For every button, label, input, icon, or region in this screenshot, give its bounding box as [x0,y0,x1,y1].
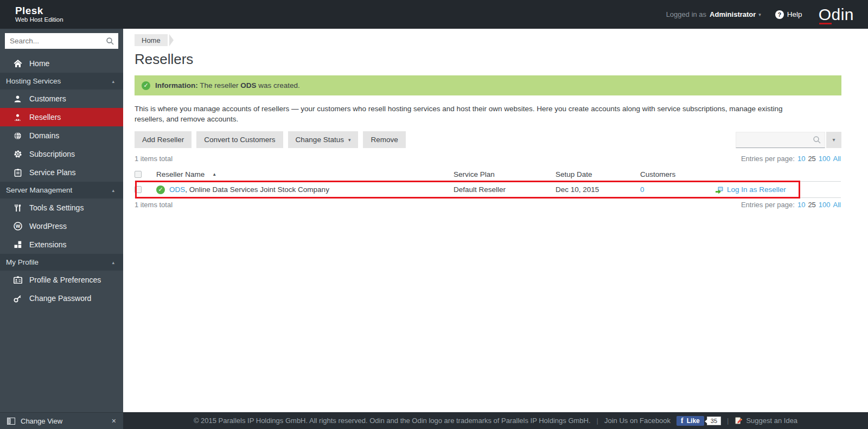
reseller-name-cell: ODS, Online Data Services Joint Stock Co… [169,185,329,194]
tools-icon [13,204,22,212]
page-title: Resellers [135,51,841,68]
suggest-idea-link[interactable]: Suggest an Idea [746,417,797,425]
sidebar-item-label: Subscriptions [29,150,75,158]
plesk-logo-subtitle: Web Host Edition [15,16,63,23]
sidebar-item-resellers[interactable]: Resellers [0,108,123,126]
suggest-idea-icon [735,417,743,425]
sidebar-item-label: Extensions [29,240,66,249]
search-icon[interactable] [102,37,118,46]
entries-label: Entries per page: [741,155,795,163]
filter-input[interactable] [736,132,825,148]
page-description: This is where you manage accounts of res… [135,104,812,124]
change-status-button[interactable]: Change Status ▾ [288,131,359,148]
sidebar-item-label: Resellers [29,113,61,121]
sidebar-item-label: Customers [29,94,66,103]
gear-icon [13,150,22,158]
select-all-checkbox[interactable] [135,171,142,178]
customers-count-link[interactable]: 0 [640,185,644,194]
sidebar-item-tools-settings[interactable]: Tools & Settings [0,199,123,217]
sidebar-item-label: Service Plans [29,168,76,177]
banner-text-end: was created. [257,81,300,89]
section-label: My Profile [6,258,39,266]
plesk-logo: Plesk Web Host Edition [15,5,63,23]
reseller-link[interactable]: ODS [169,185,185,194]
suggest-idea: Suggest an Idea [735,417,797,425]
info-banner: ✓ Information: The reseller ODS was crea… [135,75,841,95]
main-area: Home Hosting Services ▴ Customers Resell… [0,29,868,412]
search-input[interactable] [5,37,102,45]
chevron-down-icon: ▾ [348,137,351,143]
sort-asc-icon: ▲ [212,172,216,177]
column-customers[interactable]: Customers [640,170,715,178]
sidebar-item-profile-preferences[interactable]: Profile & Preferences [0,271,123,289]
close-icon[interactable]: × [112,417,116,425]
status-active-icon: ✓ [156,185,165,194]
sidebar-item-extensions[interactable]: Extensions [0,235,123,254]
list-meta-bottom: 1 items total Entries per page: 10 25 10… [135,201,841,209]
sidebar-item-domains[interactable]: Domains [0,126,123,145]
section-label: Hosting Services [6,77,61,85]
items-total: 1 items total [135,155,173,163]
plesk-app: Plesk Web Host Edition Logged in as Admi… [0,0,868,429]
add-reseller-button[interactable]: Add Reseller [135,131,192,148]
user-menu[interactable]: Administrator ▾ [710,10,761,18]
login-as-reseller-icon [715,185,724,194]
column-setup-date[interactable]: Setup Date [556,170,640,178]
service-plan-cell: Default Reseller [454,185,556,194]
odin-logo: Odin [819,7,854,23]
change-view-icon [7,418,15,425]
setup-date-cell: Dec 10, 2015 [556,185,640,194]
page-size-100[interactable]: 100 [819,201,831,209]
help-button[interactable]: ? Help [775,10,802,19]
sidebar-item-customers[interactable]: Customers [0,89,123,108]
sidebar-item-home[interactable]: Home [0,54,123,73]
change-view-button[interactable]: Change View × [0,412,123,429]
sidebar-section-hosting-services[interactable]: Hosting Services ▴ [0,73,123,89]
column-reseller-name[interactable]: Reseller Name [156,170,205,178]
page-size-all[interactable]: All [833,201,841,209]
button-label: Remove [371,136,398,144]
chevron-up-icon: ▴ [112,188,114,193]
sidebar-item-subscriptions[interactable]: Subscriptions [0,145,123,163]
join-facebook-link[interactable]: Join Us on Facebook [604,417,671,425]
page-size-10[interactable]: 10 [797,201,805,209]
breadcrumb-home[interactable]: Home [135,34,168,46]
sidebar-item-service-plans[interactable]: Service Plans [0,163,123,182]
sidebar-item-change-password[interactable]: Change Password [0,289,123,308]
page-size-25-current: 25 [808,201,815,209]
button-label: Convert to Customers [204,136,275,144]
wordpress-icon: W [13,222,22,230]
sidebar-item-label: Tools & Settings [29,203,84,212]
breadcrumb: Home [135,34,841,46]
key-icon [13,294,22,303]
login-as-reseller-link[interactable]: Log In as Reseller [727,185,786,194]
user-name: Administrator [710,10,756,18]
search-icon[interactable] [813,136,821,144]
page-size-all[interactable]: All [833,155,841,163]
remove-button[interactable]: Remove [363,131,405,148]
sidebar-item-label: WordPress [29,222,67,230]
extensions-icon [13,241,22,248]
globe-icon [13,132,22,140]
sidebar: Home Hosting Services ▴ Customers Resell… [0,29,123,412]
odin-underline [819,23,832,24]
convert-to-customers-button[interactable]: Convert to Customers [196,131,283,148]
sidebar-section-my-profile[interactable]: My Profile ▴ [0,254,123,271]
filter-box [736,132,825,148]
sidebar-search [5,33,118,49]
sidebar-item-label: Profile & Preferences [29,276,101,284]
page-size-10[interactable]: 10 [797,155,805,163]
filter-options-button[interactable]: ▾ [826,132,841,148]
row-checkbox[interactable] [135,186,142,193]
chevron-down-icon: ▾ [758,12,761,17]
chevron-down-icon: ▾ [832,137,835,143]
section-label: Server Management [6,186,72,194]
facebook-like-button[interactable]: f Like [676,416,704,426]
facebook-like-widget: f Like 35 [676,416,721,426]
sidebar-item-wordpress[interactable]: W WordPress [0,217,123,235]
sidebar-section-server-management[interactable]: Server Management ▴ [0,182,123,199]
column-service-plan[interactable]: Service Plan [454,170,556,178]
banner-reseller-name: ODS [240,81,256,89]
table-row: ✓ ODS, Online Data Services Joint Stock … [135,182,841,198]
page-size-100[interactable]: 100 [819,155,831,163]
